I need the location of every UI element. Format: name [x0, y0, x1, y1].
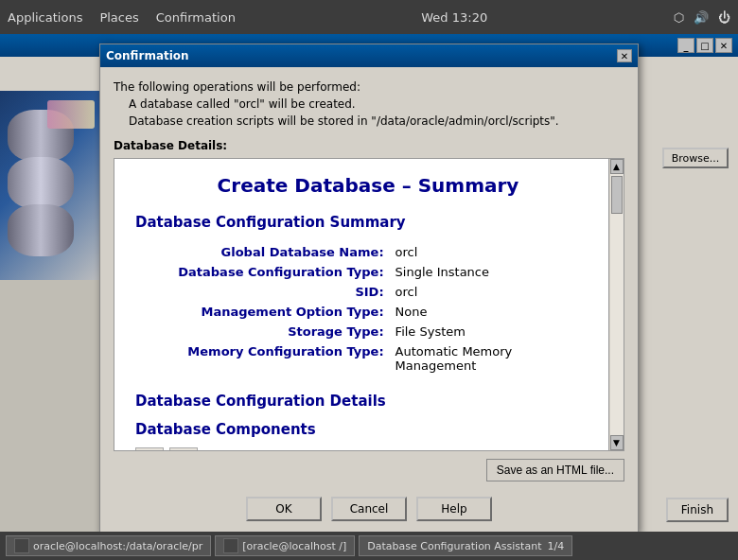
config-table: Global Database Name: orcl Database Conf… [135, 242, 601, 376]
taskbar-item-label2: [oracle@localhost /] [242, 540, 346, 552]
field-value: orcl [392, 242, 601, 262]
confirmation-dialog: Confirmation ✕ The following operations … [99, 44, 639, 534]
scrollbar[interactable]: ▲ ▼ [608, 159, 624, 450]
help-button[interactable]: Help [416, 497, 492, 521]
taskbar-item-label3: Database Configuration Assistant [367, 540, 541, 552]
cancel-button[interactable]: Cancel [331, 497, 407, 521]
field-label: Management Option Type: [135, 302, 392, 322]
menu-applications[interactable]: Applications [8, 10, 82, 25]
field-label: Database Configuration Type: [135, 262, 392, 282]
taskbar-item-terminal2[interactable]: [oracle@localhost /] [215, 535, 355, 556]
dialog-titlebar: Confirmation ✕ [100, 44, 638, 67]
taskbar-page: 1/4 [547, 540, 564, 552]
menu-places[interactable]: Places [99, 10, 138, 25]
components-buttons [135, 447, 601, 451]
scroll-track[interactable] [610, 174, 624, 435]
volume-icon: 🔊 [694, 10, 709, 25]
field-label: Memory Configuration Type: [135, 341, 392, 376]
dialog-info: The following operations will be perform… [114, 79, 624, 130]
section1-title: Database Configuration Summary [135, 214, 601, 231]
info-line2: A database called "orcl" will be created… [114, 96, 624, 113]
table-row: Management Option Type: None [135, 302, 601, 322]
field-label: SID: [135, 282, 392, 302]
db-details-label: Database Details: [114, 139, 624, 152]
taskbar-item-dca[interactable]: Database Configuration Assistant 1/4 [359, 535, 572, 556]
summary-title: Create Database – Summary [135, 174, 601, 197]
field-label: Global Database Name: [135, 242, 392, 262]
table-row: Storage Type: File System [135, 322, 601, 341]
components-title: Database Components [135, 421, 601, 438]
dialog-close-button[interactable]: ✕ [617, 49, 632, 62]
comp-btn-1[interactable] [135, 447, 164, 451]
dialog-body: The following operations will be perform… [100, 67, 638, 489]
table-row: Global Database Name: orcl [135, 242, 601, 262]
modal-overlay: Confirmation ✕ The following operations … [0, 34, 738, 532]
scroll-down-arrow[interactable]: ▼ [610, 435, 624, 450]
comp-btn-2[interactable] [169, 447, 198, 451]
field-value: Single Instance [392, 262, 601, 282]
taskbar-item-label1: oracle@localhost:/data/oracle/pr [33, 540, 202, 552]
dialog-title: Confirmation [106, 49, 189, 62]
info-line3: Database creation scripts will be stored… [114, 113, 624, 130]
terminal2-icon [223, 538, 238, 553]
ok-button[interactable]: OK [246, 497, 322, 521]
dialog-bottom-buttons: OK Cancel Help [100, 489, 638, 533]
save-html-button[interactable]: Save as an HTML file... [486, 459, 624, 481]
menu-confirmation[interactable]: Confirmation [156, 10, 236, 25]
scroll-thumb[interactable] [611, 176, 623, 214]
taskbar-item-terminal1[interactable]: oracle@localhost:/data/oracle/pr [6, 535, 211, 556]
table-row: SID: orcl [135, 282, 601, 302]
summary-content: Create Database – Summary Database Confi… [114, 159, 624, 451]
table-row: Memory Configuration Type: Automatic Mem… [135, 341, 601, 376]
taskbar-top: Applications Places Confirmation Wed 13:… [0, 0, 738, 34]
network-icon: ⬡ [674, 10, 684, 25]
table-row: Database Configuration Type: Single Inst… [135, 262, 601, 282]
field-value: File System [392, 322, 601, 341]
field-value: orcl [392, 282, 601, 302]
field-value: None [392, 302, 601, 322]
field-label: Storage Type: [135, 322, 392, 341]
summary-area: ▲ ▼ Create Database – Summary Database C… [114, 158, 624, 451]
clock: Wed 13:20 [421, 10, 487, 25]
taskbar-bottom: oracle@localhost:/data/oracle/pr [oracle… [0, 532, 738, 560]
section2-title: Database Configuration Details [135, 393, 601, 410]
scroll-up-arrow[interactable]: ▲ [610, 159, 624, 174]
info-line1: The following operations will be perform… [114, 79, 624, 96]
power-icon[interactable]: ⏻ [718, 10, 730, 25]
terminal-icon [14, 538, 29, 553]
field-value: Automatic Memory Management [392, 341, 601, 376]
